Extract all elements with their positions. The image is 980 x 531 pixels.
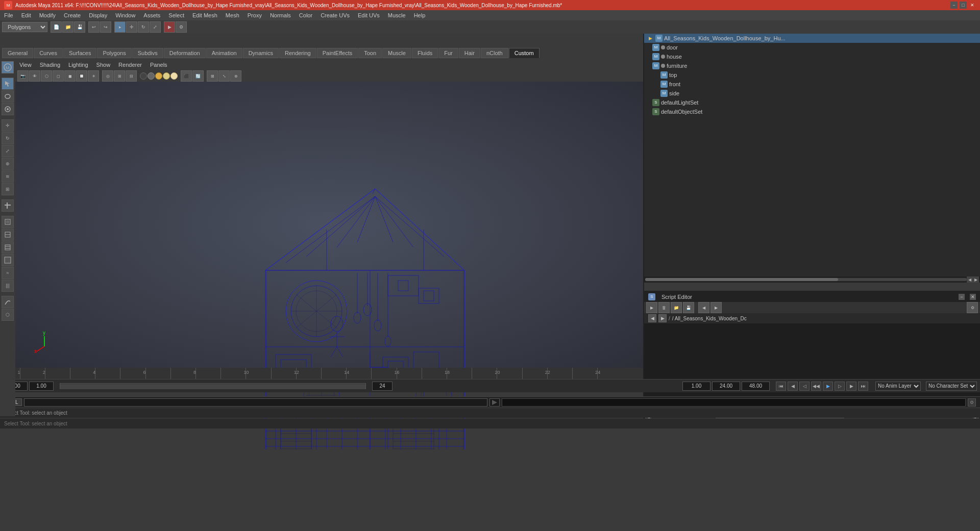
- vp-wire-btn[interactable]: ⬡: [41, 70, 52, 82]
- tab-hair[interactable]: Hair: [459, 48, 480, 58]
- vp-hide-btn[interactable]: 👁: [29, 70, 40, 82]
- outliner-item-furniture[interactable]: M furniture: [644, 61, 980, 70]
- tab-curves[interactable]: Curves: [34, 48, 63, 58]
- tab-animation[interactable]: Animation: [206, 48, 242, 58]
- next-frame-btn[interactable]: ▶: [846, 382, 856, 391]
- tab-fluids[interactable]: Fluids: [412, 48, 438, 58]
- hair-tool-btn[interactable]: |||: [2, 280, 14, 292]
- menu-modify[interactable]: Modify: [37, 12, 58, 18]
- play-back-btn[interactable]: ◀◀: [811, 382, 821, 391]
- light-color-1[interactable]: [140, 72, 147, 80]
- se-exec-btn[interactable]: ▶: [646, 302, 657, 313]
- vp-render-icon-btn[interactable]: ⬛: [181, 70, 192, 82]
- paint-select-btn[interactable]: [2, 103, 14, 115]
- outliner-hscrollbar[interactable]: ◀ ▶: [644, 276, 980, 283]
- se-minimize[interactable]: −: [959, 294, 965, 300]
- outliner-scroll-left[interactable]: ◀: [967, 276, 973, 283]
- close-button[interactable]: ✕: [969, 2, 976, 9]
- char-set-dropdown[interactable]: No Character Set: [926, 382, 977, 391]
- mode-dropdown[interactable]: Polygons Animation Rendering Dynamics nD…: [2, 22, 47, 32]
- sculpt-btn[interactable]: [2, 216, 14, 228]
- outliner-item-house[interactable]: M house: [644, 52, 980, 61]
- 3d-viewport[interactable]: .wire { stroke: #1a1aaa; stroke-width: 0…: [15, 82, 643, 368]
- vp-menu-lighting[interactable]: Lighting: [66, 62, 90, 68]
- scale-tool-btn[interactable]: ⤢: [2, 145, 14, 157]
- se-scroll-right[interactable]: ▶: [710, 302, 722, 313]
- menu-proxy[interactable]: Proxy: [246, 12, 264, 18]
- paint-fluids-btn[interactable]: ≈: [2, 267, 14, 279]
- vp-isolate-btn[interactable]: ◎: [102, 70, 113, 82]
- se-scroll-left[interactable]: ◀: [698, 302, 709, 313]
- minimize-button[interactable]: −: [950, 2, 958, 9]
- tab-subdivs[interactable]: Subdivs: [132, 48, 163, 58]
- se-fwd-btn[interactable]: ▶: [658, 314, 667, 322]
- maya-logo[interactable]: M: [2, 61, 14, 73]
- lasso-tool-btn[interactable]: [2, 90, 14, 103]
- current-frame-field[interactable]: [682, 382, 710, 391]
- menu-edit[interactable]: Edit: [19, 12, 33, 18]
- vp-select-cam-btn[interactable]: 📷: [17, 70, 29, 82]
- tab-rendering[interactable]: Rendering: [279, 48, 316, 58]
- menu-window[interactable]: Window: [113, 12, 137, 18]
- menu-assets[interactable]: Assets: [141, 12, 162, 18]
- maximize-button[interactable]: □: [960, 2, 967, 9]
- undo-button[interactable]: ↩: [88, 21, 100, 33]
- vp-transform-btn[interactable]: ⤡: [218, 70, 230, 82]
- play-fwd-btn[interactable]: ▶: [823, 382, 833, 391]
- open-button[interactable]: 📁: [62, 21, 74, 33]
- menu-color[interactable]: Color: [297, 12, 314, 18]
- timeline-scrollbar[interactable]: [60, 383, 366, 389]
- menu-muscle[interactable]: Muscle: [386, 12, 408, 18]
- light-color-4[interactable]: [163, 72, 170, 80]
- vp-viewport-btn[interactable]: ⊠: [207, 70, 218, 82]
- vp-menu-shading[interactable]: Shading: [38, 62, 62, 68]
- prev-key-btn[interactable]: ◁: [799, 382, 810, 391]
- timeline-ruler[interactable]: 1 124681012141618202224: [0, 368, 643, 379]
- tab-painteffects[interactable]: PaintEffects: [317, 48, 358, 58]
- goto-start-btn[interactable]: ⏮: [776, 382, 786, 391]
- se-save-btn[interactable]: 💾: [683, 302, 694, 313]
- tab-deformation[interactable]: Deformation: [164, 48, 206, 58]
- vp-smooth-btn[interactable]: ◻: [53, 70, 64, 82]
- rotate-button[interactable]: ↻: [138, 21, 149, 33]
- paint-skin-btn[interactable]: [2, 254, 14, 266]
- vp-hud-btn[interactable]: ⊟: [126, 70, 137, 82]
- outliner-item-lightset[interactable]: S defaultLightSet: [644, 98, 980, 107]
- tab-dynamics[interactable]: Dynamics: [243, 48, 279, 58]
- menu-normals[interactable]: Normals: [268, 12, 293, 18]
- vp-light-btn[interactable]: ☀: [88, 70, 99, 82]
- snap-surface-btn[interactable]: [2, 199, 14, 212]
- light-color-3[interactable]: [155, 72, 162, 80]
- menu-edit-uvs[interactable]: Edit UVs: [356, 12, 382, 18]
- move-button[interactable]: ✛: [126, 21, 137, 33]
- outliner-item-side[interactable]: M side: [644, 89, 980, 98]
- universal-manipulator-btn[interactable]: ⊕: [2, 158, 14, 170]
- nparticle-btn[interactable]: ⬡: [2, 309, 14, 321]
- move-tool-btn[interactable]: ✛: [2, 119, 14, 132]
- frame-start-field[interactable]: [29, 382, 54, 391]
- outliner-item-top[interactable]: M top: [644, 70, 980, 80]
- next-key-btn[interactable]: ▷: [835, 382, 845, 391]
- prev-frame-btn[interactable]: ◀: [788, 382, 798, 391]
- select-button[interactable]: ▸: [114, 21, 126, 33]
- vp-menu-panels[interactable]: Panels: [148, 62, 169, 68]
- show-manipulator-btn[interactable]: ⊞: [2, 183, 14, 195]
- select-tool-btn[interactable]: [2, 78, 14, 90]
- light-color-2[interactable]: [148, 72, 155, 80]
- command-input[interactable]: [24, 398, 488, 407]
- se-open-btn[interactable]: 📁: [671, 302, 682, 313]
- outliner-item-front[interactable]: M front: [644, 80, 980, 89]
- tab-custom[interactable]: Custom: [509, 48, 540, 58]
- cmd-exec-btn[interactable]: [489, 398, 500, 407]
- tab-fur[interactable]: Fur: [438, 48, 458, 58]
- outliner-item-root[interactable]: ▶ M All_Seasons_Kids_Wooden_Dollhouse_by…: [644, 34, 980, 43]
- anim-layer-dropdown[interactable]: No Anim Layer: [875, 382, 921, 391]
- max-frame-field[interactable]: [712, 382, 740, 391]
- curve-cv-btn[interactable]: [2, 296, 14, 308]
- cmd-option-btn[interactable]: ⚙: [968, 398, 976, 407]
- menu-help[interactable]: Help: [412, 12, 428, 18]
- se-option-btn[interactable]: ⚙: [967, 302, 978, 313]
- light-color-5[interactable]: [170, 72, 178, 80]
- tab-polygons[interactable]: Polygons: [97, 48, 131, 58]
- texture-btn[interactable]: [2, 229, 14, 241]
